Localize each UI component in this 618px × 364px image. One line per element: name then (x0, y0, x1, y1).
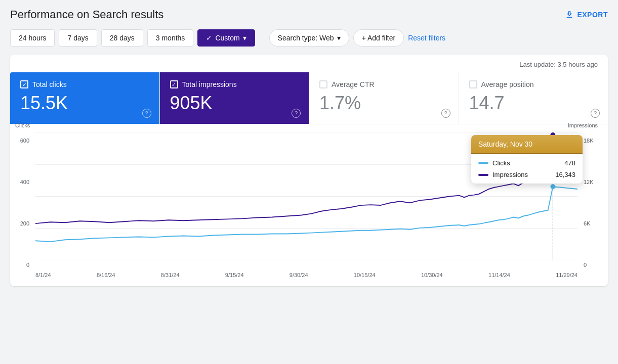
impressions-label: Total impressions (182, 80, 237, 88)
clicks-dot (550, 184, 555, 189)
search-type-button[interactable]: Search type: Web ▾ (269, 29, 349, 47)
page-title: Performance on Search results (10, 8, 163, 21)
ctr-label: Average CTR (332, 80, 375, 88)
last-update: Last update: 3.5 hours ago (10, 55, 608, 72)
y-left-tick-200: 200 (20, 220, 29, 226)
time-custom-button[interactable]: ✓ Custom ▾ (197, 29, 255, 47)
x-tick-8: 11/29/24 (556, 272, 578, 278)
impressions-checkbox[interactable] (170, 80, 178, 88)
y-right-tick-0: 0 (584, 262, 587, 268)
x-axis: 8/1/24 8/16/24 8/31/24 9/15/24 9/30/24 1… (35, 272, 578, 278)
tooltip-impressions-row: Impressions 16,343 (478, 171, 575, 178)
x-tick-0: 8/1/24 (35, 272, 51, 278)
time-24h-button[interactable]: 24 hours (10, 29, 55, 47)
position-checkbox[interactable] (469, 80, 477, 88)
chart-inner: Clicks Impressions 600 400 200 0 18K 12K… (15, 132, 598, 278)
tooltip-body: Clicks 478 Impressions 16,343 (471, 154, 583, 184)
x-tick-4: 9/30/24 (290, 272, 308, 278)
clicks-help-icon[interactable]: ? (142, 109, 151, 118)
position-label: Average position (481, 80, 534, 88)
ctr-value: 1.7% (319, 93, 448, 114)
tooltip-clicks-row: Clicks 478 (478, 159, 575, 167)
y-axis-left: 600 400 200 0 (15, 138, 33, 268)
page-container: Performance on Search results EXPORT 24 … (0, 0, 618, 294)
export-icon (565, 10, 574, 19)
chart-tooltip: Saturday, Nov 30 Clicks 478 (471, 135, 583, 184)
clicks-checkbox[interactable] (20, 80, 28, 88)
y-left-tick-600: 600 (20, 138, 29, 144)
tooltip-impressions-value: 16,343 (555, 171, 575, 178)
x-tick-3: 9/15/24 (225, 272, 244, 278)
impressions-line-indicator (478, 174, 488, 176)
y-right-tick-18k: 18K (584, 138, 594, 144)
metric-position-header: Average position (469, 80, 598, 88)
x-tick-1: 8/16/24 (97, 272, 115, 278)
y-label-clicks: Clicks (15, 122, 30, 128)
impressions-help-icon[interactable]: ? (292, 109, 301, 118)
y-right-tick-6k: 6K (584, 220, 590, 226)
clicks-label: Total clicks (32, 80, 67, 88)
clicks-line-indicator (478, 162, 488, 164)
metric-total-impressions[interactable]: Total impressions 905K ? (160, 72, 310, 124)
metric-clicks-header: Total clicks (20, 80, 149, 88)
x-tick-6: 10/30/24 (421, 272, 443, 278)
ctr-help-icon[interactable]: ? (441, 109, 450, 118)
metric-impressions-header: Total impressions (170, 80, 299, 88)
impressions-value: 905K (170, 93, 299, 114)
main-card: Last update: 3.5 hours ago Total clicks … (10, 55, 608, 286)
metric-avg-position[interactable]: Average position 14.7 ? (459, 72, 608, 124)
check-icon: ✓ (206, 34, 212, 42)
metrics-row: Total clicks 15.5K ? Total impressions 9… (10, 72, 608, 124)
metric-total-clicks[interactable]: Total clicks 15.5K ? (10, 72, 160, 124)
tooltip-impressions-label: Impressions (478, 171, 528, 178)
clicks-value: 15.5K (20, 93, 149, 114)
x-tick-5: 10/15/24 (354, 272, 376, 278)
x-tick-7: 11/14/24 (488, 272, 510, 278)
tooltip-clicks-value: 478 (564, 159, 575, 167)
search-type-dropdown-icon: ▾ (337, 34, 341, 42)
ctr-checkbox[interactable] (319, 80, 327, 88)
y-left-tick-400: 400 (20, 179, 29, 185)
time-28d-button[interactable]: 28 days (101, 29, 143, 47)
y-left-tick-0: 0 (26, 262, 29, 268)
chart-area: Clicks Impressions 600 400 200 0 18K 12K… (10, 124, 608, 286)
header-row: Performance on Search results EXPORT (10, 8, 608, 21)
y-right-tick-12k: 12K (584, 179, 594, 185)
metric-ctr-header: Average CTR (319, 80, 448, 88)
x-tick-2: 8/31/24 (161, 272, 180, 278)
export-button[interactable]: EXPORT (565, 10, 608, 19)
reset-filters-button[interactable]: Reset filters (408, 34, 445, 42)
tooltip-header: Saturday, Nov 30 (471, 135, 583, 154)
filter-row: 24 hours 7 days 28 days 3 months ✓ Custo… (10, 29, 608, 55)
time-3m-button[interactable]: 3 months (147, 29, 194, 47)
dropdown-arrow-icon: ▾ (243, 34, 246, 42)
metric-avg-ctr[interactable]: Average CTR 1.7% ? (309, 72, 459, 124)
add-filter-button[interactable]: + Add filter (353, 29, 404, 47)
y-label-impressions: Impressions (568, 122, 598, 128)
tooltip-clicks-label: Clicks (478, 159, 510, 167)
position-help-icon[interactable]: ? (591, 109, 600, 118)
time-7d-button[interactable]: 7 days (59, 29, 97, 47)
position-value: 14.7 (469, 93, 598, 114)
